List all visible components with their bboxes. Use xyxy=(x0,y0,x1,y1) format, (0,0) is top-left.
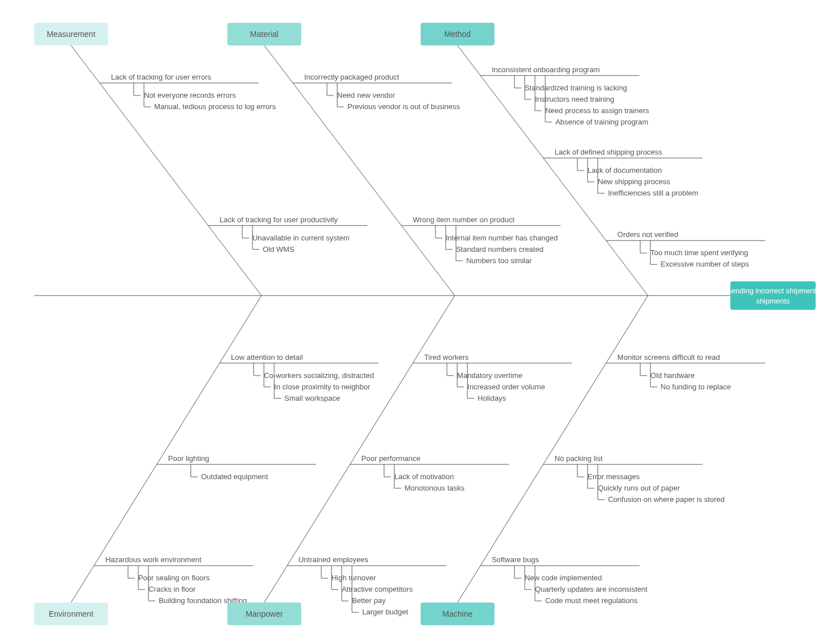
subcause-label: Better pay xyxy=(352,596,386,605)
subcause-label: Inefficiencies still a problem xyxy=(608,189,699,197)
cause-label: Untrained employees xyxy=(298,555,368,564)
cause-label: Poor performance xyxy=(361,454,421,463)
subcause-hook xyxy=(456,226,463,261)
subcause-label: Instructors need training xyxy=(535,95,614,103)
subcause-hook xyxy=(640,363,647,376)
subcause-hook xyxy=(327,83,334,95)
fishbone-diagram: Sending incorrect shipmentsshipmentsMeas… xyxy=(0,0,823,644)
cause-label: Software bugs xyxy=(492,555,539,564)
subcause-label: Manual, tedious process to log errors xyxy=(154,102,276,111)
subcause-label: New shipping process xyxy=(598,177,671,186)
subcause-hook xyxy=(577,158,584,171)
effect-label-line1: Sending incorrect shipments xyxy=(726,286,820,295)
subcause-label: Too much time spent verifying xyxy=(650,248,748,257)
subcause-hook xyxy=(274,363,281,398)
subcause-hook xyxy=(598,158,605,193)
subcause-label: Internal item number has changed xyxy=(446,234,558,242)
subcause-hook xyxy=(384,464,391,477)
subcause-label: Need new vendor xyxy=(337,91,396,99)
subcause-label: Holidays xyxy=(477,394,506,402)
category-label: Manpower xyxy=(246,609,283,618)
subcause-label: Confusion on where paper is stored xyxy=(608,495,725,504)
subcause-label: Need process to assign trainers xyxy=(545,106,649,115)
cause-label: Lack of tracking for user productivity xyxy=(219,215,338,224)
subcause-hook xyxy=(253,363,260,376)
cause-label: No packing list xyxy=(555,454,603,463)
subcause-label: No funding to replace xyxy=(660,383,731,391)
subcause-label: Lack of motivation xyxy=(394,472,454,481)
cause-label: Low attention to detail xyxy=(231,353,303,362)
cause-label: Tired workers xyxy=(424,353,469,362)
subcause-label: Error messages xyxy=(588,472,640,481)
category-label: Material xyxy=(250,30,279,39)
subcause-hook xyxy=(514,566,521,578)
subcause-hook xyxy=(447,363,454,376)
category-label: Method xyxy=(444,30,471,39)
cause-label: Inconsistent onboarding program xyxy=(492,65,600,74)
cause-label: Poor lighting xyxy=(168,454,209,463)
cause-label: Wrong item number on product xyxy=(413,215,514,224)
subcause-hook xyxy=(321,566,328,578)
subcause-label: Standardized training is lacking xyxy=(525,84,627,92)
effect-box xyxy=(730,281,816,310)
subcause-label: Attractive competitors xyxy=(342,585,413,593)
subcause-label: In close proximity to neighbor xyxy=(274,383,371,391)
subcause-label: Poor sealing on floors xyxy=(138,574,210,582)
subcause-hook xyxy=(535,566,542,601)
subcause-label: Code must meet regulations xyxy=(545,596,638,605)
subcause-hook xyxy=(128,566,135,578)
category-label: Machine xyxy=(443,609,473,618)
subcause-hook xyxy=(467,363,474,398)
subcause-label: Numbers too similar xyxy=(466,256,532,265)
subcause-hook xyxy=(191,464,198,477)
subcause-label: Quickly runs out of paper xyxy=(598,484,680,492)
cause-label: Orders not verified xyxy=(617,230,678,239)
subcause-hook xyxy=(640,240,647,253)
category-label: Environment xyxy=(49,609,94,618)
subcause-label: Not everyone records errors xyxy=(144,91,236,99)
subcause-label: Standard numbers created xyxy=(456,245,543,254)
subcause-hook xyxy=(134,83,140,95)
subcause-hook xyxy=(577,464,584,477)
subcause-hook xyxy=(342,566,348,601)
subcause-hook xyxy=(148,566,155,601)
subcause-hook xyxy=(514,76,521,88)
subcause-label: Old WMS xyxy=(263,245,294,254)
subcause-label: Previous vendor is out of business xyxy=(347,102,460,111)
category-label: Measurement xyxy=(47,30,95,39)
category-bone xyxy=(458,296,648,603)
cause-label: Monitor screens difficult to read xyxy=(617,353,720,362)
subcause-label: Quarterly updates are inconsistent xyxy=(535,585,647,593)
subcause-label: Excessive number of steps xyxy=(660,260,749,268)
subcause-label: Absence of training program xyxy=(555,118,648,126)
subcause-label: Small workspace xyxy=(284,394,340,402)
subcause-label: Old hardware xyxy=(650,371,695,380)
effect-label-line2: shipments xyxy=(756,297,790,305)
cause-label: Lack of tracking for user errors xyxy=(111,73,211,81)
subcause-label: Unavailable in current system xyxy=(252,234,350,242)
cause-label: Lack of defined shipping process xyxy=(555,148,663,156)
subcause-label: High turnover xyxy=(331,574,376,582)
subcause-hook xyxy=(242,226,249,238)
subcause-label: Co-workers socializing, distracted xyxy=(264,371,374,380)
subcause-label: Outdated equipment xyxy=(201,472,268,481)
subcause-hook xyxy=(598,464,605,500)
cause-label: Incorrectly packaged product xyxy=(304,73,399,81)
subcause-label: Increased order volume xyxy=(467,383,545,391)
subcause-label: Cracks in floor xyxy=(148,585,196,593)
subcause-hook xyxy=(535,76,542,111)
subcause-label: New code implemented xyxy=(525,574,602,582)
subcause-label: Lack of documentation xyxy=(588,166,662,174)
cause-label: Hazardous work environment xyxy=(105,555,201,564)
subcause-label: Monotonous tasks xyxy=(405,484,465,492)
subcause-label: Larger budget xyxy=(362,608,408,616)
subcause-hook xyxy=(435,226,442,238)
subcause-label: Mandatory overtime xyxy=(457,371,522,380)
